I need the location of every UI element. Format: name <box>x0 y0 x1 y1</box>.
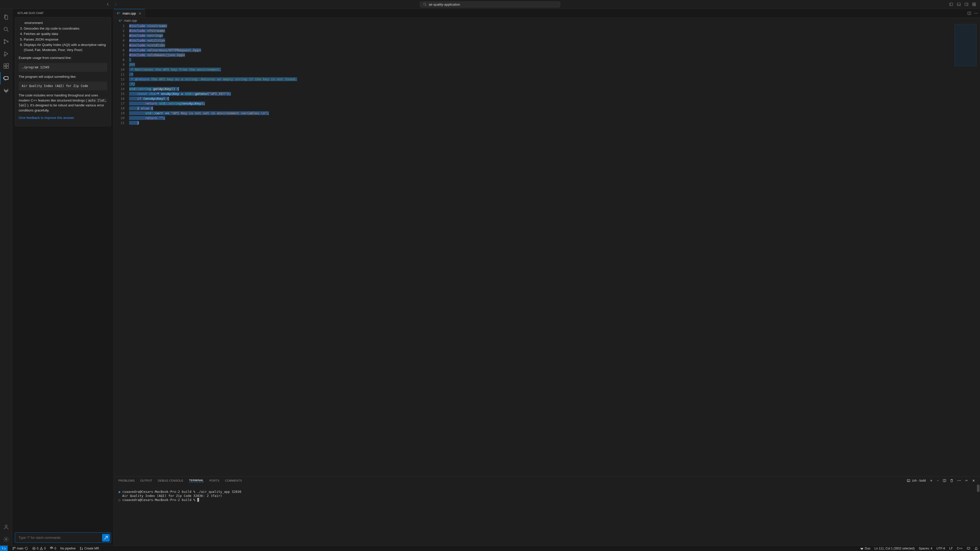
command-center[interactable]: air-quality-application <box>420 2 560 7</box>
extensions-icon[interactable] <box>0 60 12 72</box>
toggle-secondary-sidebar-icon[interactable] <box>964 2 969 7</box>
terminal-scrollbar[interactable] <box>977 485 980 492</box>
chat-input[interactable] <box>15 532 111 543</box>
chat-body: environment Geocodes the zip code to coo… <box>12 17 114 530</box>
chat-message: environment Geocodes the zip code to coo… <box>15 17 111 126</box>
language-mode[interactable]: C++ <box>955 547 965 550</box>
customize-layout-icon[interactable] <box>971 2 977 7</box>
svg-point-12 <box>4 55 6 56</box>
svg-point-27 <box>959 480 959 481</box>
cursor-position[interactable]: Ln 111, Col 1 (3932 selected) <box>872 547 916 550</box>
code-editor[interactable]: 123456789101112131415161718192021 #inclu… <box>114 24 980 476</box>
breadcrumb[interactable]: C⁺ main.cpp <box>114 18 980 24</box>
minimap[interactable] <box>955 24 977 66</box>
duo-status[interactable]: Duo <box>858 547 872 550</box>
svg-point-30 <box>13 549 14 549</box>
feedback-link[interactable]: Give feedback to improve this answer. <box>19 116 75 120</box>
gitlab-duo-chat-icon[interactable] <box>0 72 12 84</box>
more-actions-icon[interactable] <box>974 11 978 15</box>
breadcrumb-label: main.cpp <box>124 19 137 22</box>
feedback-icon[interactable] <box>965 547 972 550</box>
svg-rect-5 <box>974 3 976 4</box>
status-bar: main 0 0 0 No pipeline Create MR Duo Ln … <box>0 545 980 551</box>
create-mr[interactable]: Create MR <box>78 547 101 550</box>
notifications-icon[interactable] <box>972 547 980 550</box>
svg-rect-6 <box>973 5 974 6</box>
problems-status[interactable]: 0 0 <box>30 547 48 550</box>
tab-bar: C⁺ main.cpp <box>114 9 980 18</box>
encoding[interactable]: UTF-8 <box>934 547 947 550</box>
panel-actions: zsh - build <box>907 478 975 483</box>
layout-controls <box>948 2 977 7</box>
panel-tab-output[interactable]: OUTPUT <box>140 478 152 483</box>
svg-point-34 <box>80 547 81 548</box>
new-terminal-icon[interactable] <box>929 479 933 483</box>
ports-status[interactable]: 0 <box>48 547 58 550</box>
search-activity-icon[interactable] <box>0 23 12 35</box>
pipeline-status[interactable]: No pipeline <box>58 547 78 550</box>
run-debug-icon[interactable] <box>0 48 12 60</box>
svg-rect-3 <box>965 3 968 6</box>
split-terminal-icon[interactable] <box>943 479 946 483</box>
panel-tab-comments[interactable]: COMMENTS <box>225 478 242 483</box>
chat-ordered-list: environment Geocodes the zip code to coo… <box>24 21 107 52</box>
svg-point-26 <box>958 480 958 481</box>
chat-text-field[interactable] <box>16 534 102 541</box>
status-left: main 0 0 0 No pipeline Create MR <box>0 546 101 551</box>
svg-rect-16 <box>6 64 9 65</box>
svg-rect-14 <box>4 66 6 68</box>
nav-forward-icon[interactable] <box>114 2 118 6</box>
svg-point-9 <box>4 40 5 41</box>
tab-main-cpp[interactable]: C⁺ main.cpp <box>114 9 145 17</box>
panel-tab-problems[interactable]: PROBLEMS <box>118 478 135 483</box>
search-icon <box>423 3 427 6</box>
nav-back-icon[interactable] <box>106 2 110 6</box>
gitlab-icon[interactable] <box>0 84 12 97</box>
settings-gear-icon[interactable] <box>0 533 12 545</box>
title-bar: air-quality-application <box>0 0 980 9</box>
remote-indicator[interactable] <box>0 546 8 551</box>
indentation[interactable]: Spaces: 4 <box>917 547 934 550</box>
svg-point-8 <box>4 27 7 30</box>
chat-paragraph: The program will output something like: <box>19 74 107 79</box>
bottom-panel: PROBLEMS OUTPUT DEBUG CONSOLE TERMINAL P… <box>114 476 980 545</box>
chat-paragraph: The code includes error handling through… <box>19 93 107 113</box>
svg-point-36 <box>82 549 83 549</box>
git-branch[interactable]: main <box>10 547 30 550</box>
line-gutter: 123456789101112131415161718192021 <box>114 24 129 476</box>
list-item: Geocodes the zip code to coordinates <box>24 26 107 31</box>
panel-tab-terminal[interactable]: TERMINAL <box>189 478 204 483</box>
panel-tab-debug-console[interactable]: DEBUG CONSOLE <box>158 478 183 483</box>
svg-rect-1 <box>950 3 953 6</box>
svg-point-23 <box>977 13 977 14</box>
svg-point-33 <box>51 548 52 549</box>
accounts-icon[interactable] <box>0 521 12 533</box>
eol[interactable]: LF <box>947 547 955 550</box>
list-item: Fetches air quality data <box>24 32 107 37</box>
toggle-primary-sidebar-icon[interactable] <box>948 2 954 7</box>
terminal-dropdown-icon[interactable] <box>937 479 939 482</box>
close-tab-icon[interactable] <box>138 12 142 15</box>
explorer-icon[interactable] <box>0 11 12 23</box>
svg-point-21 <box>974 13 975 14</box>
code-block: ./program 12345 <box>19 63 107 72</box>
terminal-profile-icon[interactable]: zsh - build <box>907 479 926 483</box>
tab-label: main.cpp <box>123 11 136 15</box>
panel-tab-ports[interactable]: PORTS <box>209 478 219 483</box>
source-control-icon[interactable] <box>0 35 12 48</box>
code-content[interactable]: #include <iostream> #include <fstream> #… <box>129 24 980 476</box>
svg-rect-7 <box>974 5 976 6</box>
close-panel-icon[interactable] <box>972 479 975 483</box>
split-editor-icon[interactable] <box>967 11 971 15</box>
panel-tabs: PROBLEMS OUTPUT DEBUG CONSOLE TERMINAL P… <box>114 477 980 484</box>
status-right: Duo Ln 111, Col 1 (3932 selected) Spaces… <box>858 547 980 550</box>
terminal[interactable]: ◉ csaavedra@Cesars-MacBook-Pro-2 build %… <box>114 484 980 545</box>
send-button[interactable] <box>102 534 110 541</box>
kill-terminal-icon[interactable] <box>950 479 953 483</box>
toggle-panel-icon[interactable] <box>956 2 962 7</box>
maximize-panel-icon[interactable] <box>965 479 968 483</box>
svg-rect-15 <box>6 66 8 68</box>
activity-bar <box>0 9 12 545</box>
chat-input-area <box>12 530 114 545</box>
panel-more-icon[interactable] <box>957 478 961 483</box>
